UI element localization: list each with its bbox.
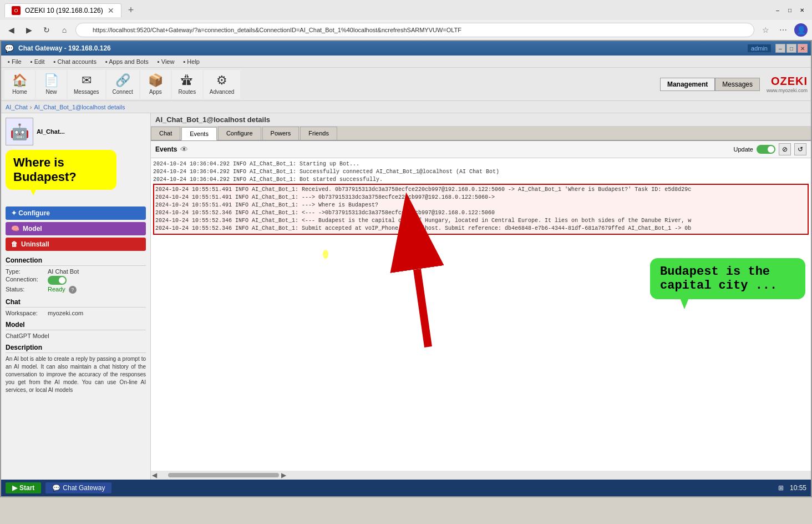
home-icon: 🏠 [12,73,27,88]
home-label: Home [12,89,27,95]
toolbar-home-button[interactable]: 🏠 Home [4,70,35,99]
status-right: ⊞ 10:55 [778,484,806,492]
app-win-controls: – □ ✕ [775,44,808,53]
update-toggle[interactable] [757,145,775,154]
tab-events[interactable]: Events [181,127,217,140]
uninstall-button[interactable]: 🗑 Uninstall [6,238,146,251]
browser-minimize-button[interactable]: – [772,4,783,16]
log-line-0: 2024-10-24 10:36:04.292 INFO AI_Chat_Bot… [153,160,809,168]
refresh-button[interactable]: ↻ [40,23,53,37]
status-bar: ▶ Start 💬 Chat Gateway ⊞ 10:55 [1,480,811,496]
messages-view-button[interactable]: Messages [715,78,760,91]
menu-help[interactable]: ▪ Help [179,57,204,66]
start-icon: ▶ [12,484,17,492]
app-title-bar: 💬 Chat Gateway - 192.168.0.126 admin – □… [1,41,811,56]
chat-gateway-button[interactable]: 💬 Chat Gateway [45,482,111,493]
routes-icon: 🛣 [181,73,193,88]
menu-edit[interactable]: ▪ Edit [26,57,49,66]
app-icon: 💬 [4,44,14,53]
admin-badge: admin [748,44,771,52]
connect-icon: 🔗 [115,73,130,88]
management-button[interactable]: Management [660,78,715,91]
advanced-label: Advanced [210,89,234,95]
sidebar-bot-header: 🤖 AI_Chat... [6,118,146,145]
toolbar-apps-button[interactable]: 📦 Apps [140,70,171,99]
breadcrumb: AI_Chat › AI_Chat_Bot_1@localhost detail… [1,101,811,113]
home-button[interactable]: ⌂ [58,23,71,37]
refresh-button[interactable]: ↺ [794,143,806,155]
status-help-icon[interactable]: ? [69,286,77,294]
app-maximize-button[interactable]: □ [786,44,796,53]
status-time: 10:55 [790,484,806,492]
browser-close-button[interactable]: ✕ [796,4,808,16]
back-button[interactable]: ◀ [4,23,18,37]
events-toolbar: Events 👁 Update ⊘ ↺ [151,141,811,158]
callout-text: Where is Budapest? [13,155,77,184]
start-button[interactable]: ▶ Start [6,482,41,493]
breadcrumb-details[interactable]: AI_Chat_Bot_1@localhost details [34,104,125,110]
chat-gateway-icon: 💬 [52,484,60,492]
toolbar-connect-button[interactable]: 🔗 Connect [106,70,139,99]
tab-configure[interactable]: Configure [218,127,261,140]
toolbar-new-button[interactable]: 📄 New [36,70,67,99]
content-tabs: Chat Events Configure Powers Friends [151,127,811,141]
model-title: Model [6,321,146,330]
workspace-label: Workspace: [6,310,44,316]
eye-icon[interactable]: 👁 [180,145,188,154]
bookmark-button[interactable]: ☆ [759,23,772,37]
tab-chat[interactable]: Chat [151,127,180,140]
menu-file[interactable]: ▪ File [3,57,26,66]
connection-toggle[interactable] [48,276,67,285]
profile-button[interactable]: 👤 [794,23,808,37]
app-title: 💬 Chat Gateway - 192.168.0.126 [4,44,111,53]
browser-chrome: O OZEKI 10 (192.168.0.126) ✕ + – □ ✕ ◀ ▶… [0,0,812,40]
menu-apps-bots[interactable]: ▪ Apps and Bots [101,57,153,66]
cursor [323,250,328,259]
configure-button[interactable]: ✦ Configure [6,206,146,220]
model-button[interactable]: 🧠 Model [6,222,146,235]
tab-powers[interactable]: Powers [262,127,300,140]
cancel-update-button[interactable]: ⊘ [779,143,791,155]
breadcrumb-separator: › [30,104,32,110]
app-close-button[interactable]: ✕ [798,44,808,53]
ozeki-sub-text: www.myozeki.com [767,88,808,93]
log-line-7: 2024-10-24 10:55:52.346 INFO AI_Chat_Bot… [155,217,806,225]
workspace-row: Workspace: myozeki.com [6,310,146,316]
routes-label: Routes [178,89,196,95]
description-text: An AI bot is able to create a reply by p… [6,355,146,394]
browser-tab[interactable]: O OZEKI 10 (192.168.0.126) ✕ [4,3,121,17]
horizontal-scrollbar[interactable]: ◀ ▶ [151,471,811,480]
new-tab-button[interactable]: + [126,4,136,16]
log-line-1: 2024-10-24 10:36:04.292 INFO AI_Chat_Bot… [153,168,809,176]
browser-title-bar: O OZEKI 10 (192.168.0.126) ✕ + – □ ✕ [0,0,812,20]
toolbar: 🏠 Home 📄 New ✉ Messages 🔗 Connect 📦 Apps… [1,68,811,101]
scroll-left-button[interactable]: ◀ [152,471,157,479]
messages-label: Messages [74,89,99,95]
chat-section: Chat Workspace: myozeki.com [6,298,146,316]
menu-view[interactable]: ▪ View [153,57,179,66]
toolbar-messages-button[interactable]: ✉ Messages [68,70,105,99]
address-input[interactable] [75,23,754,37]
new-label: New [45,89,57,95]
app-title-text: Chat Gateway - 192.168.0.126 [18,44,111,52]
menu-chat-accounts[interactable]: ▪ Chat accounts [49,57,101,66]
app-minimize-button[interactable]: – [775,44,785,53]
scroll-right-button[interactable]: ▶ [281,471,286,479]
scroll-thumb[interactable] [168,473,279,477]
log-line-6: 2024-10-24 10:55:52.346 INFO AI_Chat_Bot… [155,209,806,217]
forward-button[interactable]: ▶ [22,23,35,37]
browser-maximize-button[interactable]: □ [784,4,795,16]
ozeki-logo: OZEKI www.myozeki.com [767,75,808,93]
extensions-button[interactable]: ⋯ [777,23,790,37]
toolbar-advanced-button[interactable]: ⚙ Advanced [204,70,240,99]
close-tab-button[interactable]: ✕ [108,6,114,15]
toolbar-routes-button[interactable]: 🛣 Routes [172,70,202,99]
log-line-2: 2024-10-24 10:36:04.292 INFO AI_Chat_Bot… [153,176,809,184]
breadcrumb-ai-chat[interactable]: AI_Chat [6,104,28,110]
events-label: Events [155,145,177,153]
chat-title: Chat [6,298,146,308]
tab-friends[interactable]: Friends [300,127,337,140]
status-left: ▶ Start 💬 Chat Gateway [6,482,111,493]
connect-label: Connect [113,89,133,95]
workspace-value: myozeki.com [48,310,83,316]
